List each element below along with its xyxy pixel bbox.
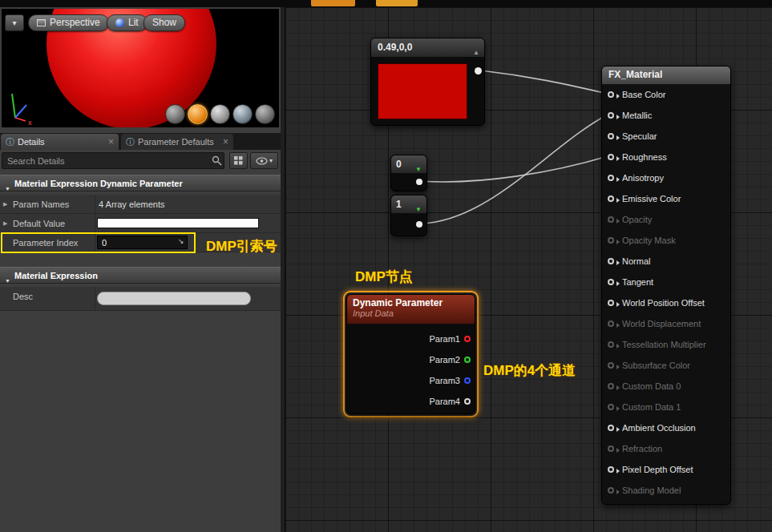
pin-row-ambient-occlusion[interactable]: Ambient Occlusion (602, 417, 730, 438)
pin-row-metallic[interactable]: Metallic (602, 105, 730, 126)
toolbar-button-partial-2[interactable] (376, 0, 418, 6)
top-toolbar-strip (0, 0, 772, 7)
desc-row: Desc (0, 287, 281, 311)
tab-details[interactable]: ⓘ Details × (1, 134, 119, 150)
fx-material-node[interactable]: FX_Material Base Color Metallic Specular… (601, 66, 731, 505)
output-pin[interactable] (475, 67, 482, 75)
dynamic-parameter-node[interactable]: Dynamic Parameter Input Data Param1 Para… (346, 294, 475, 414)
input-pin-icon (608, 341, 614, 348)
input-pin-icon[interactable] (608, 112, 614, 119)
show-button[interactable]: Show (143, 14, 185, 31)
annotation-dmp-channels: DMP的4个通道 (483, 361, 576, 380)
param1-label: Param1 (429, 334, 460, 344)
pin-row-pixel-depth-offset[interactable]: Pixel Depth Offset (602, 459, 730, 480)
desc-input[interactable] (97, 292, 251, 305)
triangle-right-icon[interactable]: ▶ (3, 201, 7, 208)
param2-label: Param2 (429, 355, 460, 365)
input-pin-icon (608, 404, 614, 410)
pin-row-custom-data-0: Custom Data 0 (602, 376, 730, 397)
preview-teapot-button[interactable] (255, 104, 275, 124)
desc-label: Desc (13, 287, 33, 306)
default-value-color-bar[interactable] (97, 218, 259, 228)
close-icon[interactable]: × (223, 136, 228, 147)
pin-row-anisotropy[interactable]: Anisotropy (602, 167, 730, 188)
output-pin-param2[interactable] (464, 357, 471, 363)
pin-row-subsurface-color: Subsurface Color (602, 355, 730, 376)
input-pin-icon[interactable] (608, 279, 614, 285)
pin-row-roughness[interactable]: Roughness (602, 147, 730, 167)
param-names-label: Param Names (13, 195, 69, 214)
preview-plane-button[interactable] (210, 104, 230, 124)
input-pin-icon[interactable] (608, 300, 614, 306)
pin-row-tangent[interactable]: Tangent (602, 272, 730, 292)
view-options-button[interactable]: ▾ (250, 152, 278, 169)
param-names-row: ▶ Param Names 4 Array elements (0, 195, 281, 214)
color-swatch (378, 63, 467, 119)
preview-viewport[interactable]: ▾ Perspective Lit Show x (2, 9, 279, 127)
wire-roughness[interactable] (420, 156, 608, 182)
pin-row-normal[interactable]: Normal (602, 251, 730, 272)
column-divider (95, 195, 95, 213)
constant-zero-node[interactable]: 0 ▼ (390, 155, 427, 191)
lit-button[interactable]: Lit (107, 14, 148, 31)
lit-icon (115, 18, 124, 27)
grid-view-icon (234, 156, 243, 165)
input-pin-icon (608, 320, 614, 327)
details-tabbar: ⓘ Details × ⓘ Parameter Defaults × (0, 133, 281, 150)
constant3-node[interactable]: 0.49,0,0 ▲ (370, 38, 485, 126)
input-pin-icon[interactable] (608, 258, 614, 264)
constant-one-header: 1 ▼ (391, 195, 426, 213)
dynamic-parameter-header: Dynamic Parameter Input Data (347, 295, 475, 324)
output-pin-param3[interactable] (464, 377, 471, 384)
show-label: Show (152, 15, 176, 30)
lit-label: Lit (128, 15, 139, 30)
perspective-button[interactable]: Perspective (28, 14, 109, 31)
pin-row-base-color[interactable]: Base Color (602, 84, 730, 105)
preview-cylinder-button[interactable] (165, 104, 185, 124)
constant-one-node[interactable]: 1 ▼ (390, 195, 427, 236)
param4-label: Param4 (429, 397, 460, 406)
eye-icon (256, 157, 268, 165)
section-header-dynamic-parameter[interactable]: ▼ Material Expression Dynamic Parameter (0, 175, 281, 191)
wire-basecolor[interactable] (481, 71, 608, 94)
svg-text:x: x (28, 119, 32, 126)
pin-row-emissive-color[interactable]: Emissive Color (602, 188, 730, 209)
default-value-label: Default Value (13, 214, 65, 233)
section-header-material-expression[interactable]: ▼ Material Expression (0, 267, 281, 284)
annotation-dmp-index: DMP引索号 (206, 237, 277, 256)
pin-row-specular[interactable]: Specular (602, 126, 730, 147)
input-pin-icon[interactable] (608, 195, 614, 202)
toolbar-button-partial-1[interactable] (311, 0, 355, 6)
input-pin-icon[interactable] (608, 154, 614, 160)
perspective-label: Perspective (50, 15, 100, 30)
output-pin-param1[interactable] (464, 336, 471, 342)
display-filter-button[interactable] (229, 152, 248, 169)
close-icon[interactable]: × (108, 136, 114, 147)
parameter-index-input[interactable] (97, 236, 188, 249)
tab-parameter-defaults[interactable]: ⓘ Parameter Defaults × (121, 134, 233, 150)
dropdown-triangle-icon[interactable]: ▼ (415, 201, 422, 219)
search-input[interactable] (2, 152, 224, 169)
input-pin-icon (608, 487, 614, 494)
preview-cube-button[interactable] (232, 104, 253, 124)
pin-row-world-position-offset[interactable]: World Position Offset (602, 292, 730, 313)
input-pin-icon[interactable] (608, 466, 614, 473)
wire-metallic[interactable] (420, 115, 608, 224)
axis-gizmo: x (4, 86, 41, 126)
viewport-options-dropdown[interactable]: ▾ (5, 14, 24, 31)
input-pin-icon[interactable] (608, 133, 614, 139)
section-title: Material Expression (14, 271, 98, 280)
output-pin[interactable] (416, 179, 422, 185)
collapse-triangle-icon[interactable]: ▲ (473, 44, 479, 62)
output-pin-param4[interactable] (464, 398, 471, 405)
input-pin-icon[interactable] (608, 175, 614, 181)
triangle-right-icon[interactable]: ▶ (3, 220, 7, 227)
tab-parameter-defaults-label: Parameter Defaults (138, 137, 214, 147)
material-graph-panel[interactable]: 0.49,0,0 ▲ 0 ▼ 1 ▼ Dynamic Pa (285, 7, 772, 532)
dropdown-triangle-icon[interactable]: ▼ (415, 161, 422, 179)
input-pin-icon[interactable] (608, 91, 614, 98)
output-pin[interactable] (416, 221, 422, 228)
preview-sphere-button[interactable] (188, 104, 208, 124)
input-pin-icon[interactable] (608, 425, 614, 431)
reset-to-default-icon[interactable]: ↘ (178, 237, 184, 245)
